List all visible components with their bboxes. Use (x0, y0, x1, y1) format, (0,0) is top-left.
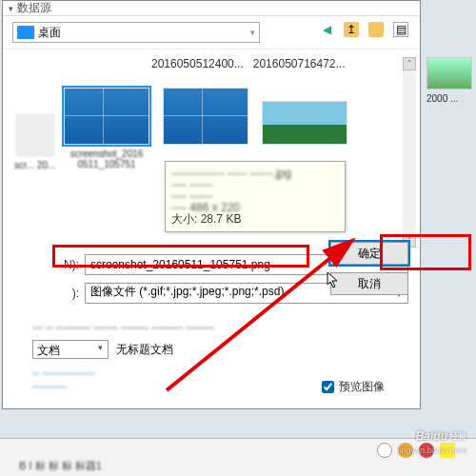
dialog-titlebar: ▾ 数据源 (3, 1, 420, 16)
preview-checkbox-input[interactable] (322, 381, 334, 393)
tooltip-size-label: 大小: (171, 212, 197, 226)
format-toolbar[interactable]: B I 标 标 标 标题1 (19, 459, 102, 473)
preview-checkbox[interactable]: 预览图像 (322, 379, 385, 395)
location-label: 桌面 (38, 25, 61, 41)
filename-label: N): (54, 258, 79, 271)
file-tooltip: -------------- ----- ------.jpg ---- ---… (165, 161, 346, 232)
preview-pane: 2000 ... (426, 57, 474, 104)
file-thumbnail[interactable]: scr... 20... (14, 114, 55, 170)
tool-icon[interactable] (377, 443, 392, 458)
doc-untitled-label: 无标题文档 (116, 342, 173, 358)
tooltip-size-value: 28.7 KB (201, 212, 242, 226)
scrollbar[interactable]: ˄ ˅ (403, 57, 416, 248)
collapse-icon[interactable]: ▾ (9, 4, 13, 13)
link-blurred[interactable]: -- --------------- (32, 367, 413, 378)
back-icon[interactable]: ◀ (319, 22, 334, 37)
scroll-up-icon[interactable]: ˄ (403, 57, 416, 70)
preview-thumbnail (426, 57, 472, 89)
location-dropdown[interactable]: 桌面 ▾ (12, 22, 260, 43)
cancel-button[interactable]: 取消 (330, 272, 408, 295)
chevron-down-icon: ▾ (250, 28, 255, 37)
file-thumbnail[interactable] (163, 88, 248, 145)
up-icon[interactable]: ↥ (344, 22, 359, 37)
watermark-url: jingyan.baidu.com (397, 446, 466, 455)
file-thumbnail[interactable] (262, 101, 347, 145)
views-icon[interactable]: ▤ (393, 22, 408, 37)
ok-button[interactable]: 确定 (330, 242, 408, 265)
watermark: Baidu经验 (416, 429, 466, 443)
app-bottom-bar: B I 标 标 标 标题1 (0, 438, 476, 476)
location-bar: 桌面 ▾ ◀ ↥ ▤ (3, 16, 420, 49)
file-thumbnail-selected[interactable]: screenshot_20160511_105751 (64, 88, 149, 169)
titlebar-label: 数据源 (17, 0, 51, 16)
file-name[interactable]: 2016050716472... (253, 57, 346, 70)
file-name[interactable]: 2016050512400... (151, 57, 244, 70)
desktop-icon (17, 26, 34, 39)
preview-checkbox-label: 预览图像 (339, 379, 385, 395)
new-folder-icon[interactable] (368, 22, 384, 37)
document-select[interactable]: 文档 (32, 340, 109, 359)
filetype-label: ): (54, 287, 79, 300)
preview-caption: 2000 ... (426, 93, 474, 104)
